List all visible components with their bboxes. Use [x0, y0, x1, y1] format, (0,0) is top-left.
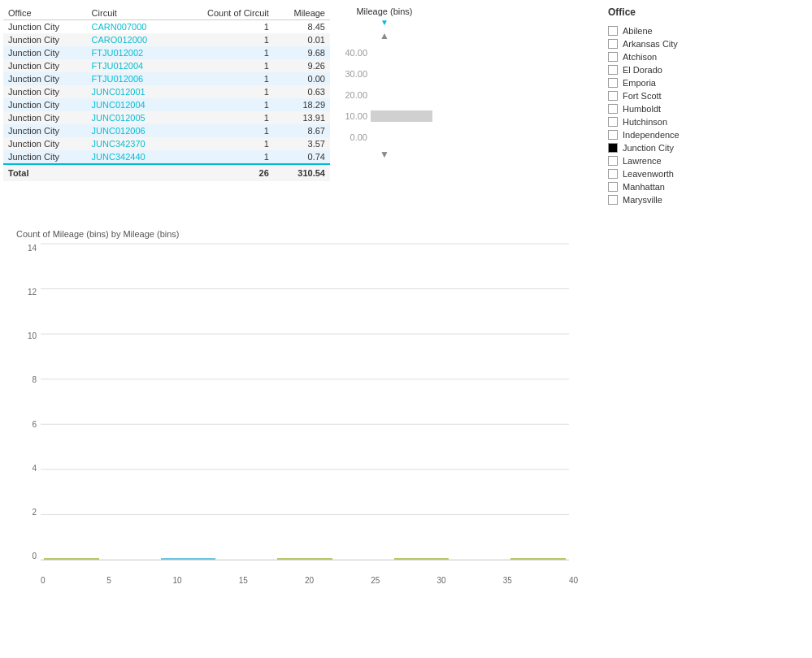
cell-mileage: 0.01: [274, 33, 330, 46]
cell-office: Junction City: [3, 59, 87, 72]
cell-office: Junction City: [3, 111, 87, 124]
legend-item-label: El Dorado: [623, 65, 662, 75]
legend-checkbox[interactable]: [608, 78, 618, 88]
legend-item[interactable]: Emporia: [608, 76, 749, 89]
legend-item-label: Emporia: [623, 78, 656, 88]
legend-checkbox[interactable]: [608, 156, 618, 166]
table-row: Junction City JUNC012001 1 0.63: [3, 85, 330, 98]
cell-circuit: FTJU012006: [87, 72, 176, 85]
legend-checkbox[interactable]: [608, 39, 618, 49]
data-table-panel: Office Circuit Count of Circuit Mileage …: [0, 0, 333, 213]
legend-checkbox[interactable]: [608, 130, 618, 140]
histogram-bar[interactable]: [44, 558, 99, 560]
legend-item[interactable]: Manhattan: [608, 180, 749, 193]
histogram-bar-wrapper: [509, 558, 567, 560]
legend-item-label: Fort Scott: [623, 91, 662, 101]
histogram-bar[interactable]: [277, 558, 332, 560]
cell-mileage: 18.29: [274, 98, 330, 111]
legend-item-label: Humboldt: [623, 104, 661, 114]
y-label-8: 8: [16, 375, 37, 384]
y-label-4: 4: [16, 464, 37, 473]
legend-checkbox[interactable]: [608, 52, 618, 62]
total-mileage: 310.54: [274, 164, 330, 181]
legend-item-label: Manhattan: [623, 182, 665, 192]
legend-item[interactable]: Junction City: [608, 141, 749, 154]
cell-mileage: 0.63: [274, 85, 330, 98]
col-header-office: Office: [3, 6, 87, 20]
histogram-bar[interactable]: [161, 558, 216, 560]
y-label-12: 12: [16, 288, 37, 297]
histogram-bar[interactable]: [394, 558, 449, 560]
sort-indicator[interactable]: ▼: [380, 18, 389, 27]
cell-mileage: 9.26: [274, 59, 330, 72]
legend-title: Office: [608, 6, 749, 18]
legend-checkbox[interactable]: [608, 143, 618, 153]
cell-circuit: JUNC012005: [87, 111, 176, 124]
cell-circuit: FTJU012004: [87, 59, 176, 72]
legend-item[interactable]: Fort Scott: [608, 89, 749, 102]
col-header-count: Count of Circuit: [176, 6, 274, 20]
legend-item[interactable]: Lawrence: [608, 154, 749, 167]
legend-item[interactable]: Marysville: [608, 193, 749, 206]
legend-checkbox[interactable]: [608, 104, 618, 114]
scroll-down-arrow[interactable]: ▼: [333, 149, 436, 160]
data-table: Office Circuit Count of Circuit Mileage …: [3, 6, 330, 181]
col-header-mileage: Mileage: [274, 6, 330, 20]
cell-office: Junction City: [3, 137, 87, 150]
table-row: Junction City JUNC012006 1 8.67: [3, 124, 330, 137]
cell-circuit: FTJU012002: [87, 46, 176, 59]
legend-item-label: Arkansas City: [623, 39, 678, 49]
legend-item[interactable]: Hutchinson: [608, 115, 749, 128]
table-row: Junction City FTJU012006 1 0.00: [3, 72, 330, 85]
y-label-14: 14: [16, 244, 37, 253]
cell-count: 1: [176, 59, 274, 72]
scroll-up-arrow[interactable]: ▲: [333, 30, 436, 41]
y-label-6: 6: [16, 420, 37, 429]
cell-mileage: 8.67: [274, 124, 330, 137]
legend-checkbox[interactable]: [608, 91, 618, 101]
legend-item[interactable]: Independence: [608, 128, 749, 141]
cell-circuit: JUNC342370: [87, 137, 176, 150]
y-label-2: 2: [16, 508, 37, 517]
legend-checkbox[interactable]: [608, 195, 618, 205]
cell-circuit: CARN007000: [87, 20, 176, 34]
cell-count: 1: [176, 150, 274, 164]
cell-mileage: 9.68: [274, 46, 330, 59]
histogram-bar-wrapper: [393, 558, 451, 560]
histogram-bar[interactable]: [510, 558, 566, 560]
table-row: Junction City JUNC012004 1 18.29: [3, 98, 330, 111]
cell-circuit: JUNC012001: [87, 85, 176, 98]
histogram-panel: Count of Mileage (bins) by Mileage (bins…: [0, 221, 812, 593]
legend-checkbox[interactable]: [608, 182, 618, 192]
table-row: Junction City CARN007000 1 8.45: [3, 20, 330, 34]
legend-checkbox[interactable]: [608, 169, 618, 179]
histogram-title: Count of Mileage (bins) by Mileage (bins…: [16, 229, 804, 239]
cell-office: Junction City: [3, 85, 87, 98]
legend-checkbox[interactable]: [608, 117, 618, 127]
legend-item[interactable]: Atchison: [608, 50, 749, 63]
cell-circuit: JUNC342440: [87, 150, 176, 164]
legend-panel: Office AbileneArkansas CityAtchisonEl Do…: [601, 0, 756, 213]
total-label: Total: [3, 164, 176, 181]
legend-item[interactable]: Leavenworth: [608, 167, 749, 180]
table-row: Junction City JUNC012005 1 13.91: [3, 111, 330, 124]
legend-checkbox[interactable]: [608, 26, 618, 36]
histogram-bar-wrapper: [276, 558, 334, 560]
legend-item-label: Independence: [623, 130, 680, 140]
histogram-bar-wrapper: [42, 558, 101, 560]
cell-mileage: 0.00: [274, 72, 330, 85]
cell-circuit: CARO012000: [87, 33, 176, 46]
cell-circuit: JUNC012004: [87, 98, 176, 111]
legend-item[interactable]: Abilene: [608, 24, 749, 37]
cell-office: Junction City: [3, 150, 87, 164]
legend-item[interactable]: El Dorado: [608, 63, 749, 76]
y-label-10: 10: [16, 331, 37, 340]
legend-item[interactable]: Arkansas City: [608, 37, 749, 50]
cell-mileage: 0.74: [274, 150, 330, 164]
cell-count: 1: [176, 98, 274, 111]
histogram-bar-wrapper: [159, 558, 218, 560]
cell-office: Junction City: [3, 33, 87, 46]
cell-mileage: 8.45: [274, 20, 330, 34]
legend-item[interactable]: Humboldt: [608, 102, 749, 115]
legend-checkbox[interactable]: [608, 65, 618, 75]
